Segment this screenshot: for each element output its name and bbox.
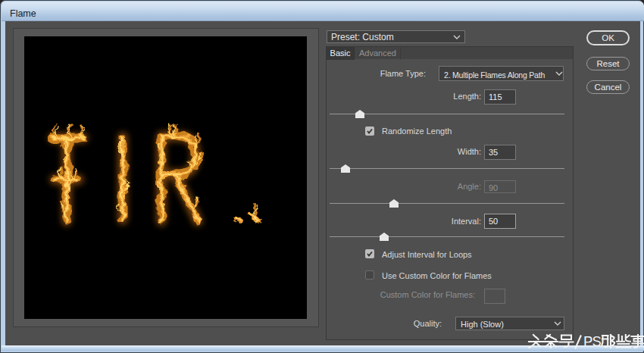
svg-text:PS: PS: [583, 333, 601, 349]
